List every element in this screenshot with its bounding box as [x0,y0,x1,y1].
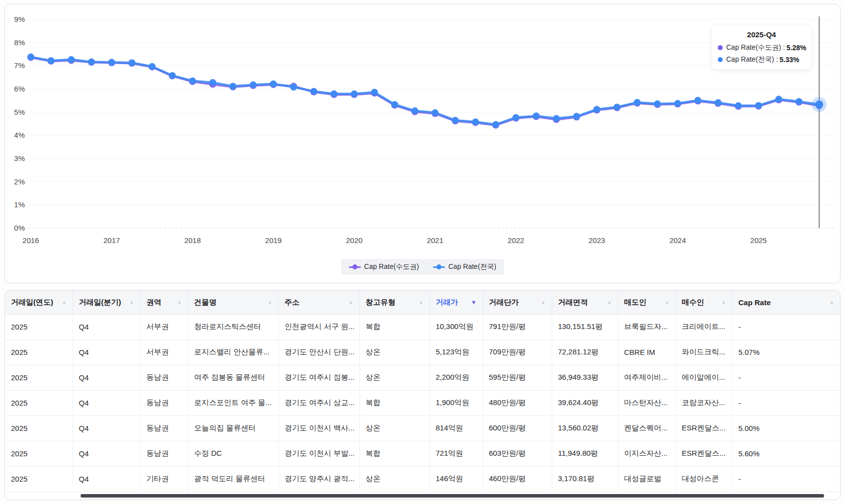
data-point[interactable] [512,114,519,121]
column-header-3[interactable]: 권역▲ [140,291,188,314]
data-point[interactable] [169,72,176,79]
data-point[interactable] [533,112,540,119]
x-tick-label: 2020 [346,236,362,245]
data-point[interactable] [715,99,722,106]
column-header-4[interactable]: 건물명▲ [188,291,278,314]
sort-icon[interactable]: ▲ [268,300,272,305]
data-point[interactable] [88,58,95,65]
table-row[interactable]: 2025Q4서부권청라로지스틱스센터인천광역시 서구 원...복합10,300억… [5,314,840,339]
data-point[interactable] [371,89,378,96]
data-point[interactable] [290,84,297,90]
tooltip-item: Cap Rate(수도권) : 5.28% [718,43,805,52]
table-cell: Q4 [73,365,140,390]
y-tick-label: 7% [14,61,25,70]
sort-icon[interactable]: ▲ [349,300,353,305]
column-header-12[interactable]: Cap Rate▲ [732,291,840,314]
column-header-11[interactable]: 매수인▲ [676,291,732,314]
data-point[interactable] [593,106,600,113]
table-cell: 146억원 [429,466,483,492]
data-point[interactable] [472,118,479,125]
data-point[interactable] [48,57,55,64]
sort-icon[interactable]: ▲ [607,300,612,305]
table-cell: 460만원/평 [483,466,552,492]
data-point[interactable] [310,88,317,95]
table-cell: 130,151.51평 [552,314,618,339]
table-row[interactable]: 2025Q4동남권로지스포인트 여주 물...경기도 여주시 삼교...복합1,… [5,390,840,416]
table-row[interactable]: 2025Q4기타권광적 덕도리 물류센터경기도 양주시 광적...상온146억원… [5,466,840,492]
data-point[interactable] [431,109,438,116]
data-point[interactable] [775,96,782,103]
data-point[interactable] [492,121,499,128]
data-point[interactable] [108,59,115,66]
data-point[interactable] [674,100,681,107]
data-point[interactable] [270,81,277,87]
data-point[interactable] [412,107,419,114]
table-cell: 595만원/평 [483,365,552,390]
y-tick-label: 6% [14,84,25,93]
sort-icon[interactable]: ▲ [177,300,182,305]
data-point[interactable] [452,117,459,124]
column-header-8[interactable]: 거래단가▲ [483,291,552,314]
sort-icon[interactable]: ▲ [419,300,423,305]
data-point[interactable] [68,56,75,63]
data-point[interactable] [149,63,156,70]
data-point[interactable] [573,113,580,120]
data-point[interactable] [613,103,620,110]
data-point[interactable] [331,90,338,97]
column-header-label: 거래단가 [489,298,519,307]
sort-icon[interactable]: ▲ [722,300,726,305]
tooltip-title: 2025-Q4 [718,30,805,39]
table-row[interactable]: 2025Q4서부권로지스밸리 안산물류...경기도 안산시 단원...상온5,1… [5,339,840,365]
table-cell: ESR켄달스... [676,441,732,466]
table-cell: 1,900억원 [429,390,483,416]
column-header-7[interactable]: 거래가▼ [429,291,483,314]
column-header-10[interactable]: 매도인▲ [618,291,676,314]
transactions-table: 거래일(연도)▲거래일(분기)▲권역▲건물명▲주소▲창고유형▲거래가▼거래단가▲… [5,291,840,492]
data-point[interactable] [654,100,661,107]
data-point[interactable] [189,78,196,84]
legend-item[interactable]: Cap Rate(수도권) [349,262,419,271]
table-cell: 광적 덕도리 물류센터 [188,466,278,492]
data-point[interactable] [553,115,560,122]
table-row[interactable]: 2025Q4동남권여주 점봉동 물류센터경기도 여주시 점봉...상온2,200… [5,365,840,390]
data-point[interactable] [128,59,135,66]
table-row[interactable]: 2025Q4동남권수정 DC경기도 이천시 부발...복합721억원603만원/… [5,441,840,466]
table-cell: 경기도 이천시 백사... [278,416,359,441]
column-header-2[interactable]: 거래일(분기)▲ [73,291,140,314]
table-cell: 동남권 [140,441,188,466]
chart-tooltip: 2025-Q4 Cap Rate(수도권) : 5.28%Cap Rate(전국… [712,25,811,69]
table-cell: 5.00% [732,416,840,441]
sort-icon[interactable]: ▲ [541,300,546,305]
column-header-9[interactable]: 거래면적▲ [552,291,618,314]
data-point[interactable] [795,98,802,105]
sort-icon[interactable]: ▲ [130,300,134,305]
table-cell: 수정 DC [188,441,278,466]
data-point[interactable] [27,54,34,61]
table-cell: Q4 [73,441,140,466]
table-row[interactable]: 2025Q4동남권오늘의집 물류센터경기도 이천시 백사...상온814억원60… [5,416,840,441]
legend-marker-icon [349,264,361,270]
column-header-1[interactable]: 거래일(연도)▲ [5,291,73,314]
data-point[interactable] [694,97,701,104]
table-cell: 5.07% [732,339,840,365]
data-point[interactable] [351,90,358,97]
legend-item[interactable]: Cap Rate(전국) [433,262,496,271]
column-header-6[interactable]: 창고유형▲ [359,291,429,314]
sort-icon[interactable]: ▲ [830,300,834,305]
data-point[interactable] [755,102,762,109]
sort-icon[interactable]: ▲ [62,300,67,305]
data-point[interactable] [209,79,216,86]
sort-desc-icon[interactable]: ▼ [471,299,477,305]
table-cell: 5,123억원 [429,339,483,365]
data-point[interactable] [250,82,256,88]
sort-icon[interactable]: ▲ [665,300,670,305]
data-point[interactable] [735,102,742,109]
data-point[interactable] [230,83,237,89]
horizontal-scrollbar[interactable] [81,494,824,498]
column-header-5[interactable]: 주소▲ [278,291,359,314]
data-point[interactable] [391,101,398,108]
table-cell: 경기도 이천시 부발... [278,441,359,466]
table-cell: 여주 점봉동 물류센터 [188,365,278,390]
table-cell: 상온 [359,365,429,390]
data-point[interactable] [634,99,641,106]
